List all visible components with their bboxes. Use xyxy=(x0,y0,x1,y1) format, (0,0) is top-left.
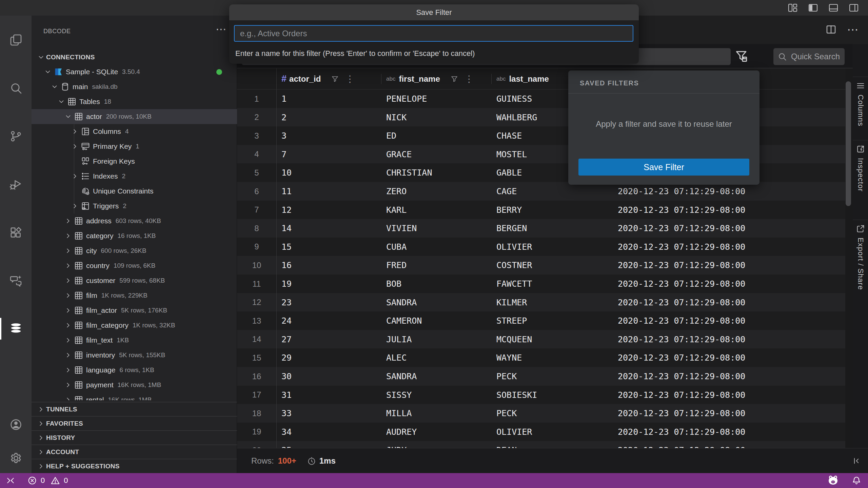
table-row[interactable]: 1833MILLAPECK2020-12-23 07:12:29-08:00 xyxy=(237,404,845,423)
table-row[interactable]: 1731SISSYSOBIESKI2020-12-23 07:12:29-08:… xyxy=(237,386,845,404)
sidebar-section-tunnels[interactable]: TUNNELS xyxy=(32,402,237,416)
right-tab-inspector[interactable]: Inspector xyxy=(853,140,868,218)
activity-item-search[interactable] xyxy=(0,75,32,101)
tree-item-film-category[interactable]: film_category1K rows, 32KB xyxy=(32,318,237,333)
rows-count[interactable]: 100+ xyxy=(278,456,296,466)
table-row[interactable]: 1324CAMERONSTREEP2020-12-23 07:12:29-08:… xyxy=(237,311,845,330)
sidebar-more-actions-icon[interactable]: ⋯ xyxy=(216,24,226,35)
chevron-down-icon[interactable] xyxy=(51,82,60,91)
chevron-right-icon[interactable] xyxy=(71,142,80,151)
table-row[interactable]: 1223SANDRAKILMER2020-12-23 07:12:29-08:0… xyxy=(237,293,845,312)
activity-item-explorer[interactable] xyxy=(0,27,32,53)
table-row[interactable]: 1934AUDREYOLIVIER2020-12-23 07:12:29-08:… xyxy=(237,423,845,441)
column-header-first_name[interactable]: abcfirst_name⋮ xyxy=(381,68,492,89)
tree-item-language[interactable]: language6 rows, 1KB xyxy=(32,363,237,378)
tree-item-film[interactable]: film1K rows, 229KB xyxy=(32,288,237,303)
table-row[interactable]: 712KARLBERRY2020-12-23 07:12:29-08:00 xyxy=(237,201,845,219)
table-row[interactable]: 814VIVIENBERGEN2020-12-23 07:12:29-08:00 xyxy=(237,219,845,238)
table-row[interactable]: 1427JULIAMCQUEEN2020-12-23 07:12:29-08:0… xyxy=(237,330,845,349)
sidebar-section-help-suggestions[interactable]: HELP + SUGGESTIONS xyxy=(32,459,237,473)
activity-item-account[interactable] xyxy=(0,412,32,438)
chevron-right-icon[interactable] xyxy=(64,306,73,315)
tree-item-film-text[interactable]: film_text1KB xyxy=(32,333,237,348)
chevron-down-icon[interactable] xyxy=(58,97,66,106)
chevron-right-icon[interactable] xyxy=(64,395,73,400)
chevron-right-icon[interactable] xyxy=(71,127,80,136)
tree-item-category[interactable]: category16 rows, 1KB xyxy=(32,228,237,243)
chevron-right-icon[interactable] xyxy=(64,291,73,300)
column-menu-kebab-icon[interactable]: ⋮ xyxy=(345,75,354,83)
chevron-right-icon[interactable] xyxy=(64,217,73,225)
grid-scrollbar[interactable] xyxy=(846,81,851,206)
table-row[interactable]: 611ZEROCAGE2020-12-23 07:12:29-08:00 xyxy=(237,182,845,201)
table-row[interactable]: 915CUBAOLIVIER2020-12-23 07:12:29-08:00 xyxy=(237,238,845,256)
chevron-down-icon[interactable] xyxy=(44,67,53,76)
table-row[interactable]: 1016FREDCOSTNER2020-12-23 07:12:29-08:00 xyxy=(237,256,845,274)
tree-item-film-actor[interactable]: film_actor5K rows, 176KB xyxy=(32,303,237,318)
tree-item-primary-key[interactable]: Primary Key1 xyxy=(32,139,237,154)
sidebar-toggle-icon[interactable] xyxy=(808,2,818,13)
collapse-panel-icon[interactable] xyxy=(851,456,861,466)
sidebar-section-account[interactable]: ACCOUNT xyxy=(32,445,237,459)
activity-item-settings[interactable] xyxy=(0,445,32,471)
column-filter-funnel-icon[interactable] xyxy=(450,75,458,83)
tree-item-customer[interactable]: customer599 rows, 68KB xyxy=(32,273,237,288)
filter-name-input[interactable] xyxy=(234,25,633,42)
chevron-right-icon[interactable] xyxy=(64,366,73,374)
right-tab-export-share[interactable]: Export / Share xyxy=(853,220,868,296)
activity-item-chat[interactable] xyxy=(0,268,32,293)
rightbar-toggle-icon[interactable] xyxy=(848,2,859,13)
save-filter-button[interactable]: Save Filter xyxy=(578,159,749,176)
tree-item-foreign-keys[interactable]: Foreign Keys xyxy=(32,154,237,169)
layout-icon[interactable] xyxy=(787,2,798,13)
chevron-right-icon[interactable] xyxy=(64,261,73,270)
activity-item-run-debug[interactable] xyxy=(0,171,32,197)
chevron-right-icon[interactable] xyxy=(64,381,73,389)
table-row[interactable]: 1630SANDRAPECK2020-12-23 07:12:29-08:00 xyxy=(237,367,845,386)
tree-item-tables[interactable]: Tables18 xyxy=(32,94,237,109)
tree-item-sample-sqlite[interactable]: Sample - SQLite3.50.4 xyxy=(32,64,237,79)
chevron-right-icon[interactable] xyxy=(64,336,73,345)
tree-item-indexes[interactable]: Indexes2 xyxy=(32,169,237,184)
activity-item-source-control[interactable] xyxy=(0,123,32,149)
editor-more-actions-icon[interactable]: ⋯ xyxy=(847,24,859,35)
tree-item-inventory[interactable]: inventory5K rows, 155KB xyxy=(32,348,237,363)
chevron-right-icon[interactable] xyxy=(64,321,73,330)
activity-item-database[interactable] xyxy=(0,316,32,342)
tree-item-city[interactable]: city600 rows, 26KB xyxy=(32,243,237,258)
notifications-bell-icon[interactable] xyxy=(851,475,862,486)
panel-toggle-icon[interactable] xyxy=(828,2,839,13)
tree-item-country[interactable]: country109 rows, 6KB xyxy=(32,258,237,273)
chevron-right-icon[interactable] xyxy=(64,276,73,285)
tree-item-columns[interactable]: Columns4 xyxy=(32,124,237,139)
remote-indicator-icon[interactable] xyxy=(5,475,16,486)
table-row[interactable]: 1119BOBFAWCETT2020-12-23 07:12:29-08:00 xyxy=(237,274,845,293)
save-filter-funnel-icon[interactable] xyxy=(734,49,750,64)
chevron-right-icon[interactable] xyxy=(64,231,73,240)
column-filter-funnel-icon[interactable] xyxy=(331,75,339,83)
sidebar-section-favorites[interactable]: FAVORITES xyxy=(32,416,237,430)
quick-search-input[interactable] xyxy=(773,48,845,65)
warnings-count[interactable]: 0 xyxy=(64,476,68,485)
warnings-icon[interactable] xyxy=(50,475,60,486)
tree-item-actor[interactable]: actor200 rows, 10KB xyxy=(32,109,237,124)
connections-section-header[interactable]: CONNECTIONS xyxy=(32,50,237,64)
column-menu-kebab-icon[interactable]: ⋮ xyxy=(465,75,474,83)
errors-count[interactable]: 0 xyxy=(41,476,45,485)
column-header-actor_id[interactable]: #actor_id⋮ xyxy=(277,68,381,89)
tree-item-payment[interactable]: payment16K rows, 1MB xyxy=(32,378,237,392)
tree-item-unique-constraints[interactable]: Unique Constraints xyxy=(32,184,237,199)
sidebar-section-history[interactable]: HISTORY xyxy=(32,430,237,445)
table-row[interactable]: 1529ALECWAYNE2020-12-23 07:12:29-08:00 xyxy=(237,348,845,367)
table-row[interactable]: 2035JUDYDEAN2020-12-23 07:12:29-08:00 xyxy=(237,441,845,448)
chevron-right-icon[interactable] xyxy=(71,172,80,181)
tree-item-address[interactable]: address603 rows, 40KB xyxy=(32,214,237,228)
split-editor-icon[interactable] xyxy=(825,24,837,35)
chevron-right-icon[interactable] xyxy=(64,246,73,255)
tree-item-rental[interactable]: rental16K rows, 1MB xyxy=(32,392,237,400)
right-tab-columns[interactable]: Columns xyxy=(853,77,868,138)
chevron-down-icon[interactable] xyxy=(64,112,73,121)
activity-item-extensions[interactable] xyxy=(0,220,32,245)
dbcode-mascot-icon[interactable] xyxy=(827,474,840,487)
chevron-right-icon[interactable] xyxy=(64,351,73,360)
